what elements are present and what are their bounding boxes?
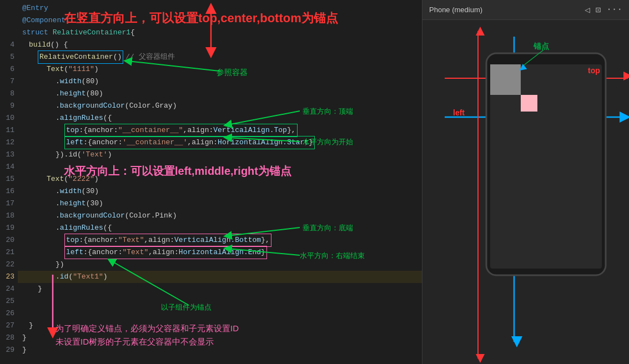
code-panel: 在竖直方向上，可以设置top,center,bottom为锚点 水平方向上：可以… [0,0,422,364]
code-line-3: struct RelativeContainer1{ [18,27,422,39]
code-line-23: .id("Text1") [18,271,422,283]
preview-panel: Phone (medium) ◁ ⊡ ··· [422,0,629,364]
code-content: @Entry @Component struct RelativeContain… [18,0,422,364]
code-line-19: .alignRules({ [18,222,422,234]
phone-axes-svg: top left top 锚点 [422,20,629,364]
code-line-10: .alignRules({ [18,112,422,124]
code-line-18: .backgroundColor(Color.Pink) [18,210,422,222]
code-line-6: Text("1111") [18,63,422,75]
code-line-13: }).id('Text') [18,149,422,161]
code-line-24: } [18,283,422,295]
more-icon[interactable]: ··· [606,4,622,16]
code-line-7: .width(80) [18,75,422,88]
code-line-16: .width(30) [18,185,422,198]
device-icon[interactable]: ⊡ [596,4,601,16]
svg-text:left: left [453,108,465,117]
code-line-11: top:{anchor:"__container__",align:Vertic… [18,124,422,136]
back-icon[interactable]: ◁ [585,4,590,16]
preview-header: Phone (medium) ◁ ⊡ ··· [422,0,629,20]
code-line-17: .height(30) [18,198,422,210]
svg-text:top: top [588,66,600,75]
svg-rect-25 [490,64,521,95]
svg-rect-26 [521,95,537,112]
code-line-20: top:{anchor:"Text",align:VerticalAlign.B… [18,234,422,246]
line-numbers: 4 5 6 7 8 9 10 11 12 13 14 15 16 17 18 1… [0,0,18,364]
title-horizontal: 水平方向上：可以设置left,middle,right为锚点 [64,164,291,179]
svg-text:锚点: 锚点 [533,42,549,50]
preview-title: Phone (medium) [429,6,482,14]
svg-rect-24 [490,64,602,269]
code-line-12: left:{anchor:'__container__',align:Horiz… [18,136,422,149]
code-line-26 [18,307,422,320]
code-line-8: .height(80) [18,88,422,100]
code-line-25 [18,295,422,307]
code-line-4: build() { [18,39,422,51]
title-vertical: 在竖直方向上，可以设置top,center,bottom为锚点 [64,10,338,27]
code-line-22: }) [18,259,422,271]
preview-toolbar[interactable]: ◁ ⊡ ··· [585,4,622,16]
phone-preview-area: top left top 锚点 [422,20,629,364]
code-line-5: RelativeContainer() // 父容器组件 [18,51,422,63]
code-line-9: .backgroundColor(Color.Gray) [18,100,422,112]
bottom-note: 为了明确定义锚点，必须为父容器和子元素设置ID 未设置ID树形的子元素在父容器中… [56,322,239,348]
code-line-21: left:{anchor:"Text",align:HorizontalAlig… [18,246,422,259]
